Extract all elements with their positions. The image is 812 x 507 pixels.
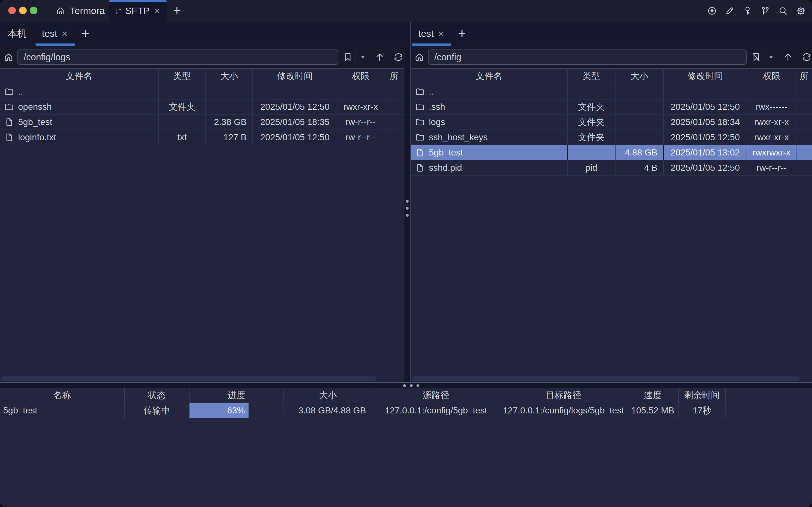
file-name: loginfo.txt (18, 132, 56, 143)
branch-icon[interactable] (760, 5, 771, 16)
table-row[interactable]: loginfo.txt txt 127 B 2025/01/05 12:50 r… (0, 130, 404, 145)
record-icon[interactable] (707, 5, 717, 16)
column-header-speed: 速度 (627, 388, 679, 403)
home-directory-icon[interactable] (0, 52, 17, 62)
table-row[interactable]: 5gb_test 2.38 GB 2025/01/05 18:35 rw-r--… (0, 115, 404, 130)
column-header-modified[interactable]: 修改时间 (663, 68, 747, 84)
table-row[interactable]: ssh_host_keys 文件夹 2025/01/05 12:50 rwxr-… (411, 130, 812, 145)
table-row[interactable]: openssh 文件夹 2025/01/05 12:50 rwxr-xr-x (0, 99, 404, 115)
bookmark-dropdown-icon[interactable] (767, 54, 774, 61)
file-name: 5gb_test (18, 117, 52, 127)
column-header-filename[interactable]: 文件名 (0, 68, 158, 84)
column-header-target-path: 目标路径 (500, 388, 627, 403)
table-header-row: 文件名 类型 大小 修改时间 权限 所 (0, 68, 404, 84)
tab-local-machine[interactable]: 本机 (0, 21, 34, 46)
tab-test-session[interactable]: test × (34, 21, 76, 46)
transfer-source-path: 127.0.0.1:/config/5gb_test (372, 403, 500, 418)
file-icon (415, 163, 425, 173)
parent-directory-icon[interactable] (783, 52, 793, 62)
settings-icon[interactable] (796, 5, 806, 16)
new-session-tab-button[interactable]: + (452, 21, 472, 46)
tab-termora-home[interactable]: Termora (48, 0, 113, 21)
left-panel-tabs: 本机 test × + (0, 21, 404, 46)
column-header-type[interactable]: 类型 (158, 68, 206, 84)
file-name: logs (429, 117, 445, 127)
folder-icon (415, 133, 425, 142)
minimize-window-button[interactable] (19, 7, 27, 14)
table-row[interactable]: logs 文件夹 2025/01/05 18:34 rwxr-xr-x (411, 115, 812, 130)
edit-icon[interactable] (724, 5, 735, 16)
path-input[interactable]: /config/logs (17, 50, 338, 65)
active-tab-accent (109, 0, 167, 2)
tab-test-session[interactable]: test × (411, 21, 452, 46)
right-panel-tabs: test × + (411, 21, 812, 46)
transfer-status: 传输中 (124, 403, 189, 418)
column-header-size: 大小 (284, 388, 372, 403)
tab-sftp[interactable]: ↓↑ SFTP × (109, 0, 167, 21)
column-header-size[interactable]: 大小 (206, 68, 253, 84)
transfer-header-row: 名称 状态 进度 大小 源路径 目标路径 速度 剩余时间 (0, 388, 812, 403)
panel-splitter-vertical[interactable] (404, 21, 411, 382)
tab-label: SFTP (125, 5, 150, 16)
column-header-permissions[interactable]: 权限 (337, 68, 384, 84)
key-icon[interactable] (742, 5, 753, 16)
refresh-icon[interactable] (393, 52, 404, 62)
zoom-window-button[interactable] (30, 7, 38, 14)
divider (356, 51, 356, 63)
transfer-row[interactable]: 5gb_test 传输中 63% 3.08 GB/4.88 GB 127.0.0… (0, 403, 812, 418)
table-row-selected[interactable]: 5gb_test 4.88 GB 2025/01/05 13:02 rwxrwx… (411, 145, 812, 160)
new-tab-button[interactable]: + (173, 4, 181, 17)
bookmark-dropdown-icon[interactable] (359, 54, 366, 61)
transfer-size: 3.08 GB/4.88 GB (284, 403, 372, 418)
bookmark-icon[interactable] (343, 52, 353, 62)
splitter-handle-dots (403, 384, 419, 387)
close-tab-icon[interactable]: × (61, 29, 68, 39)
splitter-handle-dots (406, 200, 409, 217)
refresh-icon[interactable] (801, 52, 812, 62)
column-header-empty (807, 388, 812, 403)
table-row[interactable]: .. (411, 84, 812, 99)
home-directory-icon[interactable] (411, 52, 428, 62)
local-file-table: 文件名 类型 大小 修改时间 权限 所 .. op (0, 68, 404, 145)
column-header-size[interactable]: 大小 (615, 68, 663, 84)
parent-directory-icon[interactable] (375, 52, 385, 62)
remote-file-table: 文件名 类型 大小 修改时间 权限 所 .. .s (411, 68, 812, 176)
transfers-splitter-horizontal[interactable] (0, 382, 812, 388)
column-header-type[interactable]: 类型 (567, 68, 615, 84)
folder-icon (415, 102, 425, 112)
transfer-table: 名称 状态 进度 大小 源路径 目标路径 速度 剩余时间 5gb_test 传输… (0, 388, 812, 418)
column-header-remaining-time: 剩余时间 (679, 388, 725, 403)
search-icon[interactable] (778, 5, 789, 16)
home-icon (56, 6, 65, 15)
table-header-row: 文件名 类型 大小 修改时间 权限 所 (411, 68, 812, 84)
column-header-owner[interactable]: 所 (796, 68, 812, 84)
left-horizontal-scrollbar[interactable] (1, 376, 376, 381)
right-horizontal-scrollbar[interactable] (412, 376, 800, 381)
close-window-button[interactable] (8, 7, 16, 14)
new-session-tab-button[interactable]: + (76, 21, 95, 46)
table-row[interactable]: .. (0, 84, 404, 99)
folder-icon (415, 87, 425, 97)
file-name: ssh_host_keys (429, 132, 488, 143)
column-header-permissions[interactable]: 权限 (747, 68, 796, 84)
file-name: openssh (18, 102, 52, 112)
bookmark-slash-icon[interactable] (751, 52, 761, 62)
title-bar: Termora ↓↑ SFTP × + (0, 0, 812, 21)
right-path-bar: /config (411, 46, 812, 68)
column-header-owner[interactable]: 所 (384, 68, 404, 84)
close-tab-icon[interactable]: × (437, 29, 445, 39)
transfer-target-path: 127.0.0.1:/config/logs/5gb_test (500, 403, 627, 418)
table-row[interactable]: sshd.pid pid 4 B 2025/01/05 12:50 rw-r--… (411, 160, 812, 175)
file-name: 5gb_test (429, 148, 463, 158)
transfer-icon: ↓↑ (115, 6, 121, 16)
file-icon (415, 148, 425, 157)
column-header-name: 名称 (0, 388, 124, 403)
close-tab-icon[interactable]: × (154, 6, 161, 16)
folder-icon (4, 102, 14, 112)
file-name: .ssh (429, 102, 445, 112)
column-header-filename[interactable]: 文件名 (411, 68, 567, 84)
column-header-modified[interactable]: 修改时间 (253, 68, 337, 84)
table-row[interactable]: .ssh 文件夹 2025/01/05 12:50 rwx------ (411, 99, 812, 115)
column-header-empty (725, 388, 807, 403)
path-input[interactable]: /config (428, 50, 747, 65)
